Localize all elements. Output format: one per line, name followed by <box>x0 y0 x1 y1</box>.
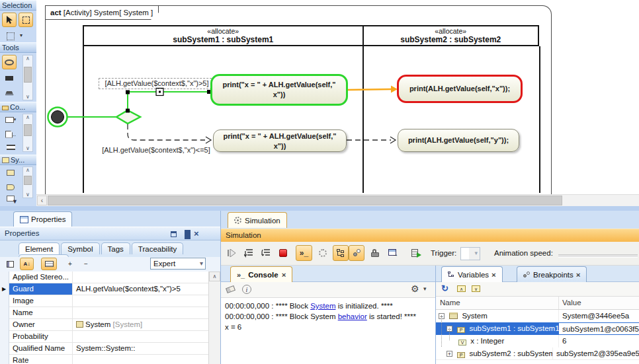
property-row-applied-stereotype[interactable]: Applied Stereo... <box>9 272 208 283</box>
categorized-view-button[interactable] <box>3 258 17 270</box>
variables-table-header[interactable]: Name Value <box>436 297 639 310</box>
tab-element[interactable]: Element <box>19 242 60 254</box>
grid-scrollbar[interactable]: ∧ <box>208 272 220 364</box>
breakpoints-pane-button[interactable] <box>349 245 364 261</box>
console-toggle-button[interactable]: »_ <box>296 245 312 261</box>
expand-nodes-button[interactable]: + <box>64 258 77 270</box>
action-print-x-alt[interactable]: print("x = " + ALH.getValue(self," x")) <box>213 129 347 152</box>
properties-mode-select[interactable]: Expert ▾ <box>150 258 206 270</box>
diagram-hscrollbar[interactable]: ‹ <box>36 194 639 206</box>
common-scroll-down[interactable]: ∨ <box>23 145 32 151</box>
animation-speed-slider[interactable] <box>558 254 638 258</box>
variables-tab-close-icon[interactable]: × <box>491 271 496 279</box>
guard-label-top[interactable]: [ALH.getValue($context$,"x")>5] <box>99 78 215 89</box>
show-description-button[interactable] <box>41 258 57 270</box>
property-row-guard[interactable]: GuardALH.getValue($context$,"x")>5 <box>9 283 208 295</box>
properties-window-tab[interactable]: Properties <box>13 211 72 227</box>
group-select-dropdown[interactable]: ▾ <box>20 32 22 38</box>
text-tool-button[interactable] <box>2 143 19 152</box>
run-button[interactable] <box>224 246 239 260</box>
property-row-owner[interactable]: Owner System [System] <box>9 319 208 331</box>
group-select-button[interactable] <box>4 31 17 42</box>
simulation-window-tab[interactable]: Simulation <box>228 212 287 228</box>
palette-overflow-button[interactable]: ▼ <box>12 198 18 205</box>
palette-section-selection[interactable]: Selection <box>0 0 36 11</box>
marquee-tool-button[interactable] <box>19 13 33 27</box>
sysml-scrollbar[interactable]: ∧ ∨ <box>22 166 33 198</box>
collapse-all-icon[interactable]: ∨ <box>472 285 480 292</box>
hscroll-left-button[interactable]: ‹ <box>37 196 47 205</box>
edge-handle[interactable] <box>126 91 130 94</box>
grid-scroll-up[interactable]: ∧ <box>209 272 220 281</box>
action-print-getvalue-y[interactable]: print(ALH.getValue(self,"y")); <box>398 129 519 152</box>
action-print-getvalue-x-breakpoint[interactable]: print(ALH.getValue(self,"x")); <box>397 75 523 103</box>
clear-console-icon[interactable] <box>226 285 235 293</box>
variables-pane-button[interactable] <box>333 245 349 261</box>
edge-decision-to-action1[interactable] <box>128 92 210 110</box>
hscroll-thumb[interactable] <box>48 196 562 205</box>
property-row-rate[interactable]: Rate <box>9 355 208 364</box>
close-properties-icon[interactable]: × <box>194 227 199 240</box>
console-settings-gear-icon[interactable]: ⚙ <box>411 283 419 294</box>
tree-row-system[interactable]: − System System@3446ee5a <box>436 310 639 322</box>
collapse-nodes-button[interactable]: − <box>79 258 93 270</box>
edge-handle[interactable] <box>126 109 130 113</box>
export-run-button[interactable] <box>408 245 424 261</box>
palette-section-common[interactable]: Co... <box>0 102 36 112</box>
sort-alphabetic-button[interactable]: A↓ <box>20 258 34 270</box>
sysml-scroll-up[interactable]: ∧ <box>23 167 32 173</box>
terminate-button[interactable] <box>276 246 290 260</box>
simulation-options-button[interactable] <box>315 245 330 261</box>
info-icon[interactable]: i <box>242 285 251 294</box>
page-tool-button[interactable]: .. <box>2 128 19 140</box>
console-tab[interactable]: »_ Console × <box>230 266 292 282</box>
step-over-button[interactable] <box>259 246 273 260</box>
sysml-scroll-down[interactable]: ∨ <box>23 192 32 198</box>
trigger-select[interactable]: ▾ <box>460 247 480 260</box>
common-scroll-thumb[interactable] <box>24 124 32 136</box>
tree-row-x-integer[interactable]: V x : Integer 6 <box>436 335 639 347</box>
step-into-button[interactable] <box>241 246 256 260</box>
column-name[interactable]: Name <box>436 297 559 309</box>
console-link[interactable]: System <box>310 302 335 310</box>
console-tab-close-icon[interactable]: × <box>282 271 286 279</box>
edge-decision-to-action2[interactable] <box>128 124 205 140</box>
action-print-x-active[interactable]: print("x = " + ALH.getValue(self," x")) <box>210 74 348 106</box>
expand-expander[interactable]: + <box>447 351 452 357</box>
palette-section-tools[interactable]: Tools <box>0 42 36 53</box>
console-settings-chevron[interactable]: ▾ <box>423 285 427 292</box>
guard-label-bottom[interactable]: [ALH.getValue($context$,"x")<=5] <box>99 146 214 154</box>
sysml-scroll-thumb[interactable] <box>24 176 32 185</box>
property-row-probability[interactable]: Probability <box>9 331 208 343</box>
console-link[interactable]: behavior <box>338 312 367 320</box>
pointer-tool-button[interactable] <box>2 13 17 27</box>
lock-ui-button[interactable] <box>367 245 382 261</box>
console-output[interactable]: 00:00:00,000 : **** Block System is init… <box>221 298 435 364</box>
sysml-tool-2-button[interactable] <box>2 181 19 193</box>
open-in-window-button[interactable]: → <box>385 245 401 261</box>
sysml-tool-1-button[interactable] <box>2 166 19 178</box>
float-icon[interactable] <box>171 231 177 237</box>
layer-tool-button[interactable] <box>2 87 17 100</box>
palette-section-sysml[interactable]: Sy... <box>0 155 36 165</box>
tools-scrollbar[interactable]: ∧ ∨ <box>22 55 33 100</box>
tab-symbol[interactable]: Symbol <box>61 242 99 254</box>
tools-scroll-down[interactable]: ∨ <box>23 94 32 100</box>
common-scrollbar[interactable]: ∧ ∨ <box>22 114 33 152</box>
refresh-icon[interactable]: ↻ <box>441 283 448 293</box>
property-row-name[interactable]: Name <box>9 307 208 319</box>
property-row-image[interactable]: Image <box>9 295 208 307</box>
diagram-canvas[interactable]: act [Activity] System[ System ] «allocat… <box>36 0 639 194</box>
tree-row-subsystem1[interactable]: − P subSystem1 : subSystem1 subSystem1@c… <box>436 322 639 335</box>
column-value[interactable]: Value <box>559 297 639 309</box>
pin-icon[interactable] <box>185 230 191 239</box>
tab-tags[interactable]: Tags <box>101 242 130 254</box>
stamp-tool-button[interactable] <box>2 71 17 85</box>
expand-all-icon[interactable]: ∧ <box>457 285 466 292</box>
tools-scroll-thumb[interactable] <box>24 67 32 83</box>
variables-tab[interactable]: Variables × <box>441 266 503 282</box>
edge-action1-to-action3[interactable] <box>348 89 392 90</box>
note-tool-button[interactable]: ▾ <box>2 114 19 126</box>
tab-traceability[interactable]: Traceability <box>132 242 183 254</box>
property-row-qualified-name[interactable]: Qualified NameSystem::System:: <box>9 343 208 355</box>
